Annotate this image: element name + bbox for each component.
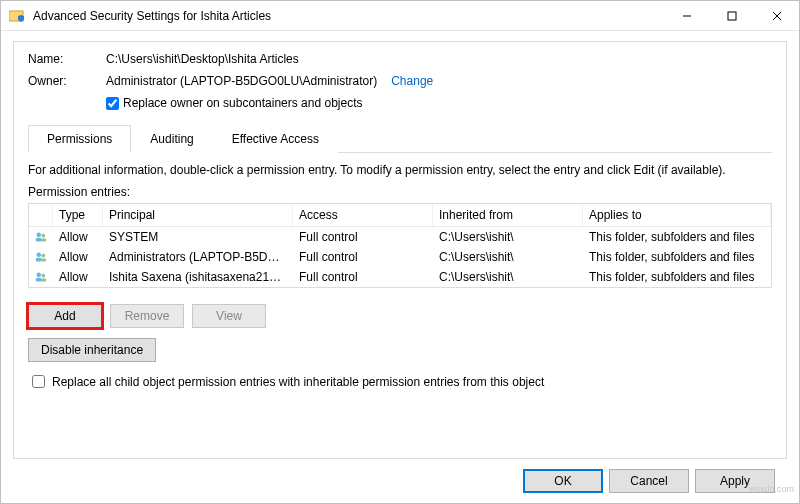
col-type[interactable]: Type: [53, 204, 103, 226]
svg-rect-6: [36, 238, 42, 242]
grid-header: Type Principal Access Inherited from App…: [29, 204, 771, 227]
ok-button[interactable]: OK: [523, 469, 603, 493]
owner-label: Owner:: [28, 74, 106, 88]
svg-rect-14: [36, 278, 42, 282]
permission-entries-label: Permission entries:: [28, 185, 772, 199]
cancel-button[interactable]: Cancel: [609, 469, 689, 493]
cell-inherited: C:\Users\ishit\: [433, 247, 583, 267]
change-owner-link[interactable]: Change: [391, 74, 433, 88]
svg-rect-16: [41, 279, 46, 282]
svg-rect-12: [41, 259, 46, 262]
svg-point-11: [41, 254, 45, 258]
cell-principal: Ishita Saxena (ishitasaxena2109...: [103, 267, 293, 287]
svg-point-9: [37, 253, 42, 258]
cell-principal: Administrators (LAPTOP-B5DGO...: [103, 247, 293, 267]
cell-access: Full control: [293, 247, 433, 267]
principal-icon: [29, 247, 53, 267]
name-value: C:\Users\ishit\Desktop\Ishita Articles: [106, 52, 299, 66]
watermark-text: wsxdn.com: [749, 484, 794, 494]
svg-rect-2: [728, 12, 736, 20]
cell-access: Full control: [293, 267, 433, 287]
remove-button: Remove: [110, 304, 184, 328]
svg-point-5: [37, 233, 42, 238]
replace-owner-checkbox-input[interactable]: [106, 97, 119, 110]
cell-type: Allow: [53, 267, 103, 287]
minimize-button[interactable]: [664, 1, 709, 31]
cell-principal: SYSTEM: [103, 227, 293, 247]
replace-owner-label: Replace owner on subcontainers and objec…: [123, 96, 362, 110]
folder-shield-icon: [9, 8, 25, 24]
svg-point-13: [37, 273, 42, 278]
cell-applies: This folder, subfolders and files: [583, 227, 771, 247]
content-area: Name: C:\Users\ishit\Desktop\Ishita Arti…: [1, 31, 799, 503]
svg-point-7: [41, 234, 45, 238]
cell-type: Allow: [53, 227, 103, 247]
tab-permissions[interactable]: Permissions: [28, 125, 131, 153]
tab-strip: Permissions Auditing Effective Access: [28, 124, 772, 153]
tab-auditing[interactable]: Auditing: [131, 125, 212, 153]
cell-applies: This folder, subfolders and files: [583, 247, 771, 267]
table-row[interactable]: AllowIshita Saxena (ishitasaxena2109...F…: [29, 267, 771, 287]
svg-rect-10: [36, 258, 42, 262]
principal-icon: [29, 227, 53, 247]
svg-rect-8: [41, 239, 46, 242]
cell-type: Allow: [53, 247, 103, 267]
permission-buttons-row: Add Remove View: [28, 304, 772, 328]
col-access[interactable]: Access: [293, 204, 433, 226]
permission-grid: Type Principal Access Inherited from App…: [28, 203, 772, 288]
replace-all-child-checkbox[interactable]: Replace all child object permission entr…: [28, 372, 772, 391]
svg-point-15: [41, 274, 45, 278]
table-row[interactable]: AllowSYSTEMFull controlC:\Users\ishit\Th…: [29, 227, 771, 247]
tab-effective-access[interactable]: Effective Access: [213, 125, 338, 153]
add-button[interactable]: Add: [28, 304, 102, 328]
window-title: Advanced Security Settings for Ishita Ar…: [33, 9, 664, 23]
info-text: For additional information, double-click…: [28, 163, 772, 177]
owner-value: Administrator (LAPTOP-B5DGO0LU\Administr…: [106, 74, 377, 88]
principal-icon: [29, 267, 53, 287]
view-button: View: [192, 304, 266, 328]
table-row[interactable]: AllowAdministrators (LAPTOP-B5DGO...Full…: [29, 247, 771, 267]
replace-all-child-label: Replace all child object permission entr…: [52, 375, 544, 389]
cell-access: Full control: [293, 227, 433, 247]
col-applies[interactable]: Applies to: [583, 204, 771, 226]
col-principal[interactable]: Principal: [103, 204, 293, 226]
cell-inherited: C:\Users\ishit\: [433, 227, 583, 247]
disable-inheritance-button[interactable]: Disable inheritance: [28, 338, 156, 362]
replace-all-child-checkbox-input[interactable]: [32, 375, 45, 388]
maximize-button[interactable]: [709, 1, 754, 31]
replace-owner-checkbox[interactable]: Replace owner on subcontainers and objec…: [106, 96, 362, 110]
cell-applies: This folder, subfolders and files: [583, 267, 771, 287]
col-inherited[interactable]: Inherited from: [433, 204, 583, 226]
main-panel: Name: C:\Users\ishit\Desktop\Ishita Arti…: [13, 41, 787, 459]
close-button[interactable]: [754, 1, 799, 31]
window: Advanced Security Settings for Ishita Ar…: [0, 0, 800, 504]
dialog-footer: OK Cancel Apply: [13, 459, 787, 503]
titlebar: Advanced Security Settings for Ishita Ar…: [1, 1, 799, 31]
cell-inherited: C:\Users\ishit\: [433, 267, 583, 287]
name-label: Name:: [28, 52, 106, 66]
